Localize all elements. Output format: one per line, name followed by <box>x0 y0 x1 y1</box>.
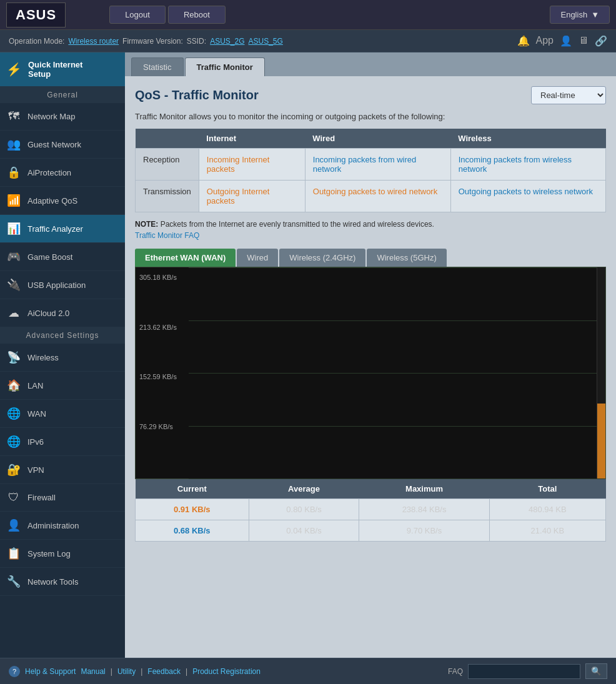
th-wireless: Wireless <box>450 129 605 149</box>
manual-link[interactable]: Manual <box>81 667 105 676</box>
ipv6-icon: 🌐 <box>6 435 21 449</box>
subtab-wired[interactable]: Wired <box>237 249 278 267</box>
transmission-label: Transmission <box>136 181 199 212</box>
faq-search-input[interactable] <box>468 664 580 679</box>
table-row: Transmission Outgoing Internet packets O… <box>136 181 606 212</box>
product-reg-link[interactable]: Product Registration <box>192 667 261 676</box>
chart-scrollbar[interactable] <box>597 267 605 478</box>
y-label-1: 305.18 KB/s <box>139 274 185 281</box>
maximum-2: 9.70 KB/s <box>359 520 489 542</box>
stats-th-total: Total <box>489 479 605 499</box>
sidebar-item-label: IPv6 <box>27 437 44 447</box>
top-buttons: Logout Reboot <box>109 6 226 24</box>
traffic-monitor-faq-link[interactable]: Traffic Monitor FAQ <box>135 231 606 240</box>
subtab-wireless24[interactable]: Wireless (2.4GHz) <box>279 249 365 267</box>
sidebar-item-game-boost[interactable]: 🎮 Game Boost <box>0 243 125 271</box>
y-label-3: 152.59 KB/s <box>139 373 185 380</box>
sidebar-item-label: WAN <box>27 409 46 419</box>
outgoing-wireless-link[interactable]: Outgoing packets to wireless network <box>459 187 593 196</box>
sidebar-item-guest-network[interactable]: 👥 Guest Network <box>0 131 125 159</box>
reception-wired: Incoming packets from wired network <box>305 149 450 181</box>
app-icon[interactable]: App <box>536 35 554 47</box>
sidebar-item-label: Network Tools <box>27 577 78 587</box>
table-row: Reception Incoming Internet packets Inco… <box>136 149 606 181</box>
ssid-2g[interactable]: ASUS_2G <box>210 37 244 46</box>
wan-icon: 🌐 <box>6 407 21 420</box>
adaptive-qos-icon: 📶 <box>6 194 21 207</box>
th-empty <box>136 129 199 149</box>
sidebar-item-system-log[interactable]: 📋 System Log <box>0 540 125 568</box>
footer: ? Help & Support Manual | Utility | Feed… <box>0 658 616 684</box>
share-icon[interactable]: 🔗 <box>595 35 607 47</box>
sidebar-item-aiprotection[interactable]: 🔒 AiProtection <box>0 159 125 187</box>
user-icon[interactable]: 👤 <box>560 35 572 47</box>
aiprotection-icon: 🔒 <box>6 166 21 179</box>
description-text: Traffic Monitor allows you to monitor th… <box>135 112 606 121</box>
chart-scrollbar-thumb[interactable] <box>597 404 605 478</box>
quick-setup-label: Quick InternetSetup <box>28 60 82 79</box>
monitor-icon[interactable]: 🖥 <box>579 35 589 47</box>
sidebar-item-traffic-analyzer[interactable]: 📊 Traffic Analyzer <box>0 215 125 243</box>
reboot-button[interactable]: Reboot <box>168 6 226 24</box>
bell-icon[interactable]: 🔔 <box>517 35 530 47</box>
content-area: Statistic Traffic Monitor QoS - Traffic … <box>125 52 616 658</box>
sidebar-item-ipv6[interactable]: 🌐 IPv6 <box>0 428 125 456</box>
stats-th-current: Current <box>136 479 249 499</box>
grid-line <box>189 320 605 321</box>
asus-logo: ASUS <box>6 2 66 27</box>
sidebar-item-label: Guest Network <box>27 140 81 149</box>
note-text: NOTE: Packets from the Internet are even… <box>135 220 606 229</box>
sidebar-item-vpn[interactable]: 🔐 VPN <box>0 456 125 484</box>
system-log-icon: 📋 <box>6 547 21 560</box>
faq-search-button[interactable]: 🔍 <box>585 663 607 679</box>
content-inner: QoS - Traffic Monitor Real-time Traffic … <box>125 76 616 658</box>
sidebar-item-firewall[interactable]: 🛡 Firewall <box>0 484 125 512</box>
subtab-wireless5[interactable]: Wireless (5GHz) <box>367 249 446 267</box>
sidebar-item-lan[interactable]: 🏠 LAN <box>0 372 125 400</box>
sidebar-item-usb-application[interactable]: 🔌 USB Application <box>0 271 125 299</box>
current-1: 0.91 KB/s <box>136 499 249 520</box>
subtab-wan[interactable]: Ethernet WAN (WAN) <box>135 249 236 267</box>
sidebar-item-network-tools[interactable]: 🔧 Network Tools <box>0 568 125 596</box>
traffic-chart: 305.18 KB/s 213.62 KB/s 152.59 KB/s 76.2… <box>135 267 606 479</box>
general-section-title: General <box>0 87 125 103</box>
stats-th-maximum: Maximum <box>359 479 489 499</box>
transmission-internet: Outgoing Internet packets <box>199 181 305 212</box>
incoming-wireless-link[interactable]: Incoming packets from wireless network <box>459 155 572 174</box>
tab-traffic-monitor[interactable]: Traffic Monitor <box>185 57 265 76</box>
feedback-link[interactable]: Feedback <box>147 667 181 676</box>
chart-grid <box>189 267 605 478</box>
sidebar-item-aicloud[interactable]: ☁ AiCloud 2.0 <box>0 299 125 327</box>
chevron-down-icon: ▼ <box>591 10 599 19</box>
ssid-label: SSID: <box>187 37 206 46</box>
tab-statistic[interactable]: Statistic <box>131 57 184 76</box>
grid-line <box>189 478 605 479</box>
monitor-table: Internet Wired Wireless Reception Incomi… <box>135 129 606 212</box>
language-selector[interactable]: English ▼ <box>550 6 610 24</box>
firmware-label: Firmware Version: <box>122 37 183 46</box>
top-bar: ASUS Logout Reboot English ▼ <box>0 0 616 30</box>
ssid-5g[interactable]: ASUS_5G <box>248 37 282 46</box>
sidebar-item-network-map[interactable]: 🗺 Network Map <box>0 103 125 131</box>
sidebar-item-wireless[interactable]: 📡 Wireless <box>0 344 125 372</box>
incoming-internet-link[interactable]: Incoming Internet packets <box>207 155 269 174</box>
lan-icon: 🏠 <box>6 379 21 392</box>
stats-th-average: Average <box>249 479 359 499</box>
sidebar-item-administration[interactable]: 👤 Administration <box>0 512 125 540</box>
realtime-selector[interactable]: Real-time <box>531 86 606 104</box>
stats-row-1: 0.91 KB/s 0.80 KB/s 238.84 KB/s 480.94 K… <box>136 499 606 520</box>
operation-mode-value[interactable]: Wireless router <box>68 37 119 46</box>
maximum-1: 238.84 KB/s <box>359 499 489 520</box>
sidebar-item-label: AiProtection <box>27 168 71 177</box>
sidebar-item-wan[interactable]: 🌐 WAN <box>0 400 125 428</box>
outgoing-internet-link[interactable]: Outgoing Internet packets <box>207 187 269 206</box>
utility-link[interactable]: Utility <box>117 667 136 676</box>
incoming-wired-link[interactable]: Incoming packets from wired network <box>313 155 416 174</box>
logout-button[interactable]: Logout <box>109 6 166 24</box>
sidebar-item-label: Administration <box>27 521 79 530</box>
game-boost-icon: 🎮 <box>6 250 21 264</box>
status-icons: 🔔 App 👤 🖥 🔗 <box>517 35 607 47</box>
sidebar-item-adaptive-qos[interactable]: 📶 Adaptive QoS <box>0 187 125 215</box>
outgoing-wired-link[interactable]: Outgoing packets to wired network <box>313 187 437 196</box>
quick-internet-setup[interactable]: ⚡ Quick InternetSetup <box>0 52 125 87</box>
